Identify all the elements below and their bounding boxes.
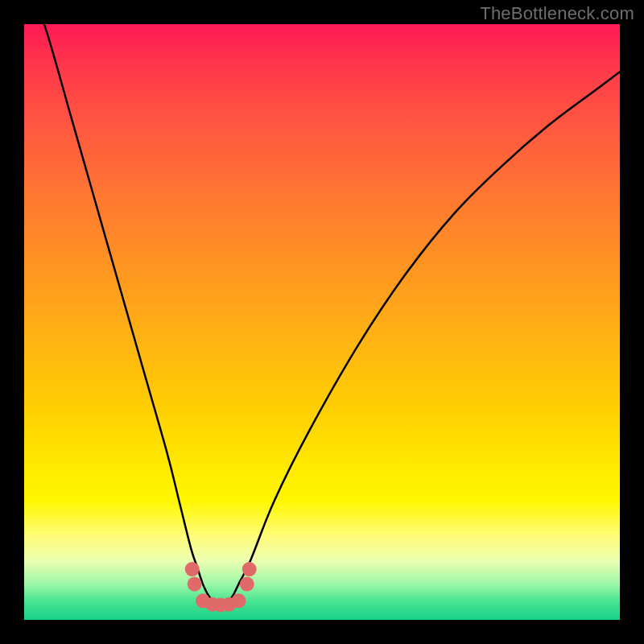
chart-frame: TheBottleneck.com	[0, 0, 644, 644]
curve-layer	[24, 24, 620, 620]
bottleneck-curve	[24, 24, 620, 602]
data-point	[231, 593, 246, 608]
watermark-text: TheBottleneck.com	[480, 3, 634, 24]
data-point-markers	[185, 562, 257, 612]
data-point	[242, 562, 257, 576]
data-point	[185, 562, 200, 576]
data-point	[188, 577, 202, 592]
plot-area	[24, 24, 620, 620]
data-point	[240, 577, 254, 592]
